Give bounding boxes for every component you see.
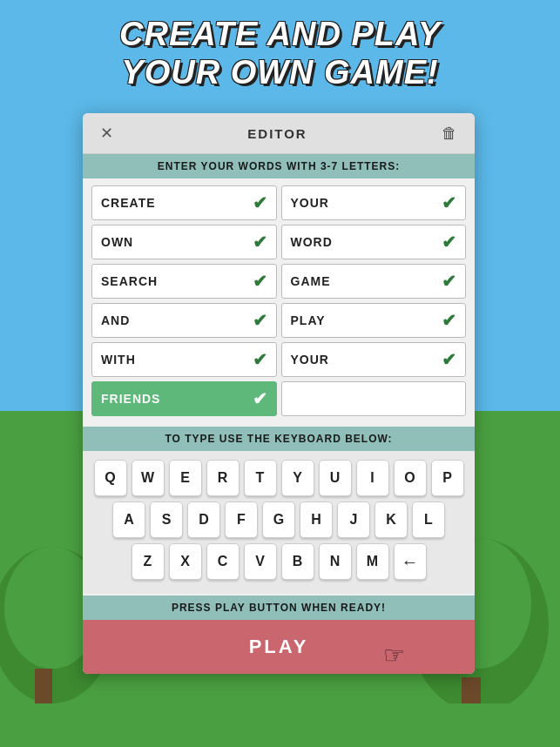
keyboard-key-r[interactable]: R	[206, 460, 240, 496]
keyboard-key-q[interactable]: Q	[94, 460, 127, 496]
word-cell[interactable]: YOUR✔	[281, 185, 467, 220]
keyboard-key-d[interactable]: D	[187, 501, 220, 538]
keyboard-key-b[interactable]: B	[281, 543, 314, 580]
keyboard-key-e[interactable]: E	[169, 460, 202, 496]
keyboard-key-m[interactable]: M	[356, 543, 389, 580]
word-cell[interactable]: YOUR✔	[281, 342, 467, 377]
word-cell[interactable]: AND✔	[91, 303, 277, 338]
word-text: FRIENDS	[101, 392, 160, 406]
checkmark-icon: ✔	[442, 349, 456, 370]
checkmark-icon: ✔	[442, 192, 456, 213]
instruction-bar-3: PRESS PLAY BUTTON WHEN READY!	[83, 596, 475, 620]
word-cell[interactable]: FRIENDS✔	[91, 381, 277, 416]
checkmark-icon: ✔	[253, 349, 267, 370]
editor-title: EDITOR	[247, 126, 307, 141]
keyboard-key-k[interactable]: K	[374, 501, 408, 538]
editor-header: ✕ EDITOR 🗑	[83, 113, 475, 154]
play-button-wrapper: PLAY ☞	[83, 620, 475, 674]
keyboard-key-x[interactable]: X	[169, 543, 202, 580]
keyboard-key-u[interactable]: U	[319, 460, 352, 496]
keyboard-key-s[interactable]: S	[150, 501, 183, 538]
word-cell[interactable]	[281, 381, 467, 416]
instruction-bar-1: ENTER YOUR WORDS WITH 3-7 LETTERS:	[83, 154, 475, 178]
word-text: YOUR	[291, 353, 329, 367]
words-grid: CREATE✔YOUR✔OWN✔WORD✔SEARCH✔GAME✔AND✔PLA…	[83, 178, 475, 423]
checkmark-icon: ✔	[442, 271, 456, 292]
title-line2: YOUR OWN GAME!	[0, 54, 560, 92]
word-text: CREATE	[101, 196, 156, 210]
keyboard-section: QWERTYUIOPASDFGHJKLZXCVBNM←	[83, 451, 475, 594]
keyboard-key-n[interactable]: N	[319, 543, 352, 580]
trash-button[interactable]: 🗑	[438, 123, 461, 145]
word-cell[interactable]: OWN✔	[91, 225, 277, 259]
play-button[interactable]: PLAY	[83, 620, 475, 674]
keyboard-key-a[interactable]: A	[112, 501, 145, 538]
close-button[interactable]: ✕	[97, 122, 117, 145]
checkmark-icon: ✔	[253, 388, 267, 409]
word-cell[interactable]: PLAY✔	[281, 303, 467, 338]
keyboard-key-g[interactable]: G	[262, 501, 295, 538]
svg-rect-6	[0, 703, 560, 747]
word-text: SEARCH	[101, 274, 158, 288]
keyboard-key-j[interactable]: J	[337, 501, 370, 538]
checkmark-icon: ✔	[253, 310, 267, 331]
backspace-key[interactable]: ←	[394, 543, 427, 580]
keyboard-key-p[interactable]: P	[431, 460, 464, 496]
finger-hint-icon: ☞	[383, 641, 405, 670]
word-cell[interactable]: WITH✔	[91, 342, 277, 377]
keyboard-row: QWERTYUIOP	[90, 460, 468, 496]
word-cell[interactable]: CREATE✔	[91, 185, 277, 220]
title-line1: CREATE AND PLAY	[0, 16, 560, 54]
keyboard-key-w[interactable]: W	[132, 460, 165, 496]
checkmark-icon: ✔	[442, 232, 456, 252]
keyboard-key-i[interactable]: I	[356, 460, 389, 496]
editor-panel: ✕ EDITOR 🗑 ENTER YOUR WORDS WITH 3-7 LET…	[83, 113, 475, 674]
keyboard-key-h[interactable]: H	[300, 501, 333, 538]
word-text: WORD	[291, 235, 333, 249]
keyboard-key-l[interactable]: L	[412, 501, 445, 538]
keyboard-row: ASDFGHJKL	[90, 501, 468, 538]
checkmark-icon: ✔	[253, 192, 267, 213]
word-cell[interactable]: SEARCH✔	[91, 264, 277, 299]
checkmark-icon: ✔	[442, 310, 456, 331]
keyboard-key-f[interactable]: F	[225, 501, 258, 538]
checkmark-icon: ✔	[253, 232, 267, 252]
word-text: GAME	[291, 274, 331, 288]
word-cell[interactable]: GAME✔	[281, 264, 467, 299]
checkmark-icon: ✔	[253, 271, 267, 292]
header-title: CREATE AND PLAY YOUR OWN GAME!	[0, 16, 560, 91]
word-text: YOUR	[291, 196, 329, 210]
keyboard-row: ZXCVBNM←	[90, 543, 468, 580]
instruction-bar-2: TO TYPE USE THE KEYBOARD BELOW:	[83, 427, 475, 451]
keyboard-key-z[interactable]: Z	[132, 543, 165, 580]
keyboard-key-o[interactable]: O	[394, 460, 427, 496]
word-text: PLAY	[291, 313, 326, 327]
keyboard-key-t[interactable]: T	[244, 460, 277, 496]
word-cell[interactable]: WORD✔	[281, 225, 467, 259]
word-text: OWN	[101, 235, 133, 249]
keyboard-key-c[interactable]: C	[206, 543, 240, 580]
keyboard-key-v[interactable]: V	[244, 543, 277, 580]
word-text: WITH	[101, 353, 136, 367]
word-text: AND	[101, 313, 130, 327]
keyboard-key-y[interactable]: Y	[281, 460, 314, 496]
